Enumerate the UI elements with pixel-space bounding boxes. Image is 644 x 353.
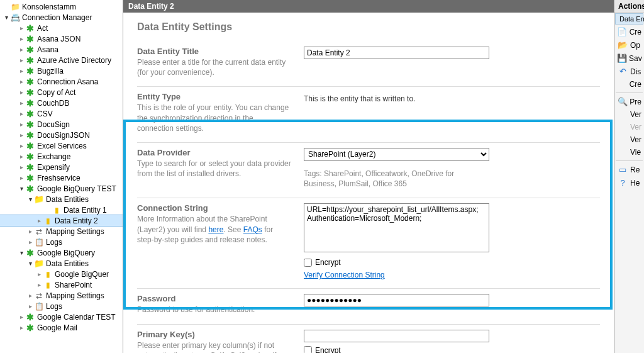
action-view[interactable]: Vie bbox=[614, 146, 644, 159]
expand-icon[interactable] bbox=[18, 313, 25, 320]
expand-icon[interactable] bbox=[18, 67, 25, 74]
verify-connection-link[interactable]: Verify Connection String bbox=[304, 271, 385, 279]
encrypt-checkbox[interactable] bbox=[304, 259, 312, 267]
expand-icon[interactable] bbox=[18, 110, 25, 117]
expand-icon[interactable] bbox=[18, 35, 25, 42]
tree-data-entities[interactable]: Data Entities bbox=[0, 258, 123, 269]
tree-item[interactable]: DocuSignJSON bbox=[0, 130, 123, 140]
tree-item[interactable]: Azure Active Directory bbox=[0, 55, 123, 65]
tree-item[interactable]: Google Mail bbox=[0, 322, 123, 333]
field-label: Password bbox=[137, 294, 291, 303]
action-discard[interactable]: ↶Dis bbox=[614, 65, 644, 78]
expand-icon[interactable] bbox=[18, 89, 25, 96]
tree-item[interactable]: Copy of Act bbox=[0, 87, 123, 98]
entity-title-input[interactable] bbox=[304, 47, 489, 59]
action-verify[interactable]: Ver bbox=[614, 108, 644, 121]
action-open[interactable]: 📂Op bbox=[614, 38, 644, 52]
expand-icon[interactable] bbox=[18, 249, 25, 256]
connector-icon bbox=[25, 77, 35, 87]
tree-item[interactable]: Google Calendar TEST bbox=[0, 311, 123, 322]
connection-string-input[interactable] bbox=[304, 203, 489, 252]
tree-label: Asana bbox=[37, 45, 58, 54]
connector-icon bbox=[25, 66, 35, 76]
expand-icon[interactable] bbox=[35, 281, 43, 288]
tree-entity-1[interactable]: Data Entity 1 bbox=[0, 205, 123, 215]
tree-item-bq-test[interactable]: Google BigQuery TEST bbox=[0, 183, 123, 194]
data-provider-select[interactable]: SharePoint (Layer2) bbox=[304, 148, 489, 161]
expand-icon[interactable] bbox=[26, 260, 34, 267]
logs-icon bbox=[34, 301, 44, 311]
tree-label: Mapping Settings bbox=[46, 291, 104, 300]
here-link[interactable]: here bbox=[208, 225, 223, 234]
password-input[interactable] bbox=[304, 294, 489, 306]
expand-icon[interactable] bbox=[18, 46, 25, 53]
tree-root[interactable]: Konsolenstamm bbox=[0, 1, 123, 12]
tree-data-entities[interactable]: Data Entities bbox=[0, 194, 123, 205]
tree-label: CSV bbox=[37, 109, 53, 118]
tree-entity-2[interactable]: Data Entity 2 bbox=[0, 215, 123, 226]
tree-item[interactable]: Asana bbox=[0, 44, 123, 55]
expand-icon[interactable] bbox=[18, 132, 25, 138]
tree-item[interactable]: Connection Asana bbox=[0, 76, 123, 87]
expand-icon[interactable] bbox=[35, 217, 43, 224]
tree-conn-mgr[interactable]: Connection Manager bbox=[0, 12, 123, 23]
tree-item[interactable]: Exchange bbox=[0, 151, 123, 162]
expand-icon[interactable] bbox=[26, 196, 34, 203]
expand-icon[interactable] bbox=[26, 292, 34, 299]
faqs-link[interactable]: FAQs bbox=[243, 225, 262, 234]
primary-key-input[interactable] bbox=[304, 330, 489, 342]
connector-icon bbox=[25, 120, 35, 130]
tree-item[interactable]: Act bbox=[0, 23, 123, 33]
connector-icon bbox=[25, 23, 35, 33]
field-label: Connection String bbox=[137, 203, 291, 213]
tree-item[interactable]: CSV bbox=[0, 108, 123, 119]
expand-icon[interactable] bbox=[3, 14, 10, 21]
action-create2[interactable]: Cre bbox=[614, 78, 644, 91]
expand-icon[interactable] bbox=[35, 271, 43, 277]
tree-mapping[interactable]: Mapping Settings bbox=[0, 290, 123, 301]
action-verify2[interactable]: Ver bbox=[614, 121, 644, 133]
encrypt-pk-checkbox[interactable] bbox=[304, 346, 312, 353]
folder-icon bbox=[34, 259, 44, 269]
expand-icon[interactable] bbox=[26, 303, 34, 310]
tree-item[interactable]: Bugzilla bbox=[0, 65, 123, 76]
tree-entity[interactable]: Google BigQuer bbox=[0, 269, 123, 279]
tree-label: Logs bbox=[46, 238, 62, 247]
expand-icon[interactable] bbox=[18, 121, 25, 128]
action-verify3[interactable]: Ver bbox=[614, 133, 644, 146]
expand-icon[interactable] bbox=[18, 57, 25, 64]
expand-icon[interactable] bbox=[18, 99, 25, 106]
tree-item[interactable]: DocuSign bbox=[0, 119, 123, 130]
action-save[interactable]: 💾Sav bbox=[614, 52, 644, 65]
expand-icon[interactable] bbox=[18, 174, 25, 181]
section-connection-string: Connection String More Information about… bbox=[137, 198, 600, 288]
tree-item-bq[interactable]: Google BigQuery bbox=[0, 247, 123, 258]
preview-icon: 🔍 bbox=[617, 97, 628, 106]
tree-item[interactable]: Freshservice bbox=[0, 172, 123, 183]
tree-logs[interactable]: Logs bbox=[0, 301, 123, 311]
tree-item[interactable]: Excel Services bbox=[0, 140, 123, 151]
action-help[interactable]: ?He bbox=[614, 176, 644, 189]
connector-icon bbox=[25, 323, 35, 333]
expand-icon[interactable] bbox=[18, 153, 25, 160]
expand-icon[interactable] bbox=[18, 25, 25, 31]
expand-icon[interactable] bbox=[18, 142, 25, 149]
expand-icon[interactable] bbox=[18, 78, 25, 85]
expand-icon[interactable] bbox=[26, 228, 34, 235]
tree-logs[interactable]: Logs bbox=[0, 237, 123, 247]
expand-icon[interactable] bbox=[18, 324, 25, 331]
expand-icon[interactable] bbox=[18, 185, 25, 192]
expand-icon[interactable] bbox=[18, 164, 25, 171]
connector-icon bbox=[25, 248, 35, 258]
action-preview[interactable]: 🔍Pre bbox=[614, 95, 644, 108]
tree-item[interactable]: Expensify bbox=[0, 162, 123, 172]
connector-icon bbox=[25, 130, 35, 140]
action-label: Cre bbox=[630, 28, 641, 36]
tree-entity[interactable]: SharePoint bbox=[0, 279, 123, 290]
expand-icon[interactable] bbox=[26, 238, 34, 245]
tree-item[interactable]: Asana JSON bbox=[0, 33, 123, 44]
action-rename[interactable]: ▭Re bbox=[614, 163, 644, 176]
tree-item[interactable]: CouchDB bbox=[0, 98, 123, 108]
tree-mapping[interactable]: Mapping Settings bbox=[0, 226, 123, 237]
action-create[interactable]: 📄Cre bbox=[614, 25, 644, 38]
